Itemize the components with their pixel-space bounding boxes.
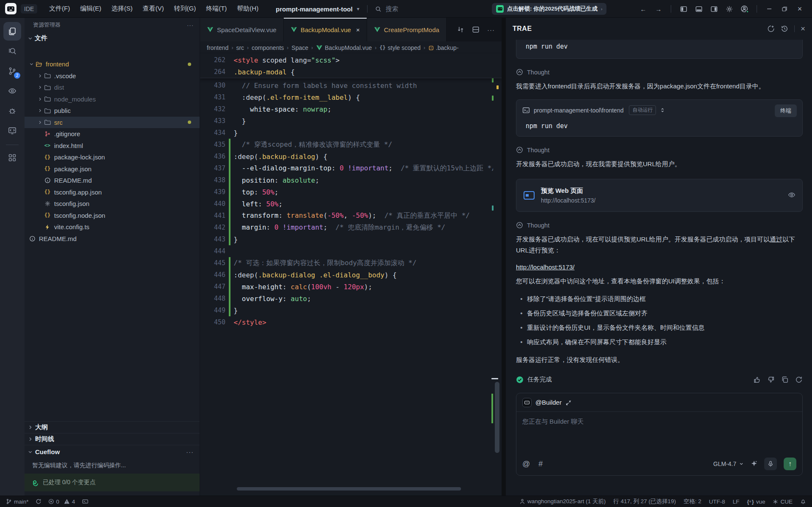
terminal-command-card[interactable]: prompt-management-tool\frontend自动运行 终端 n… (516, 99, 803, 137)
tree-item-frontend[interactable]: frontend (25, 58, 200, 70)
eol-indicator[interactable]: LF (732, 499, 739, 505)
compare-icon[interactable] (457, 26, 464, 33)
copy-icon[interactable] (781, 376, 789, 384)
updown-icon[interactable] (660, 107, 665, 113)
tree-item-.gitignore[interactable]: .gitignore (25, 128, 200, 140)
chat-input[interactable]: 您正在与 Builder 聊天 (516, 412, 802, 432)
activity-item-source-control[interactable]: 2 (3, 62, 21, 80)
breadcrumb-item[interactable]: {}style scoped (379, 44, 420, 51)
cueflow-processed-row[interactable]: 已处理 0/0 个变更点 (25, 474, 200, 491)
project-switcher[interactable]: prompt-management-tool ▾ 搜索 (276, 0, 398, 18)
thought-row[interactable]: Thought (516, 146, 803, 153)
preview-link[interactable]: http://localhost:5173/ (516, 263, 803, 271)
split-icon[interactable] (472, 26, 480, 33)
settings-gear-icon[interactable] (723, 3, 735, 15)
tree-item-package.json[interactable]: {}package.json (25, 163, 200, 175)
tree-item-public[interactable]: public (25, 105, 200, 117)
new-chat-icon[interactable] (767, 25, 775, 33)
tree-item-.vscode[interactable]: .vscode (25, 70, 200, 82)
history-icon[interactable] (781, 25, 788, 33)
menu-item[interactable]: 文件(F) (45, 3, 74, 14)
preview-card[interactable]: 预览 Web 页面http://localhost:5173/ (516, 179, 803, 212)
cueflow-more-button[interactable]: ··· (186, 448, 194, 455)
close-window-button[interactable]: × (793, 3, 806, 15)
close-tab-icon[interactable]: × (356, 26, 360, 33)
toggle-left-panel-button[interactable] (677, 3, 690, 15)
nav-forward-button[interactable]: → (652, 3, 665, 15)
code-area[interactable]: 430 // Ensure form labels have consisten… (200, 79, 493, 328)
activity-item-terminal-code[interactable] (3, 121, 21, 140)
thumb-down-icon[interactable] (767, 376, 775, 384)
mic-button[interactable] (764, 458, 777, 470)
vertical-scrollbar[interactable] (495, 382, 499, 453)
activity-item-apps-grid[interactable] (3, 148, 21, 167)
git-branch-indicator[interactable]: main* (6, 499, 29, 505)
menu-item[interactable]: 帮助(H) (233, 3, 263, 14)
menu-item[interactable]: 编辑(E) (76, 3, 106, 14)
eye-sm-icon[interactable] (788, 191, 796, 199)
model-selector[interactable]: GLM-4.7 (713, 460, 744, 467)
menu-item[interactable]: 选择(S) (107, 3, 137, 14)
minimize-button[interactable] (763, 3, 776, 15)
promo-banner[interactable]: 点击解锁: 你的2025代码战绩已生成 › (492, 3, 606, 15)
notifications-bell[interactable] (800, 499, 806, 504)
chat-scroll-area[interactable]: npm run devThought我需要进入frontend目录后再启动开发服… (511, 40, 808, 496)
tab-SpaceDetailView.vue[interactable]: SpaceDetailView.vue (200, 18, 284, 41)
tab-BackupModal.vue[interactable]: BackupModal.vue× (284, 18, 367, 41)
breadcrumb-item[interactable]: frontend (207, 44, 228, 51)
explorer-more-button[interactable]: ··· (187, 22, 194, 28)
tree-item-README.md[interactable]: README.md (25, 175, 200, 186)
tree-item-vite.config.ts[interactable]: vite.config.ts (25, 221, 200, 233)
auto-run-badge[interactable]: 自动运行 (629, 105, 656, 115)
tree-item-tsconfig.json[interactable]: tsconfig.json (25, 198, 200, 210)
cursor-position[interactable]: 行 417, 列 27 (已选择19) (613, 498, 676, 505)
activity-item-preview-eye[interactable] (3, 82, 21, 100)
tree-item-dist[interactable]: dist (25, 82, 200, 93)
tree-item-tsconfig.app.json[interactable]: {}tsconfig.app.json (25, 186, 200, 198)
mention-button[interactable]: @ (522, 460, 530, 469)
thought-row[interactable]: Thought (516, 69, 803, 76)
refresh-icon[interactable] (795, 376, 803, 384)
star4-icon[interactable] (751, 460, 757, 467)
encoding-indicator[interactable]: UTF-8 (709, 499, 725, 505)
menu-item[interactable]: 转到(G) (170, 3, 200, 14)
open-terminal-button[interactable]: 终端 (775, 104, 797, 117)
sync-button[interactable] (36, 499, 41, 504)
language-mode[interactable]: {} vue (747, 499, 765, 505)
toggle-bottom-panel-button[interactable] (692, 3, 705, 15)
tree-item-tsconfig.node.json[interactable]: {}tsconfig.node.json (25, 210, 200, 222)
activity-item-files[interactable] (3, 22, 21, 41)
activity-item-debug-bug[interactable] (3, 101, 21, 120)
toggle-right-panel-button[interactable] (708, 3, 720, 15)
tree-item-src[interactable]: src (25, 117, 200, 129)
breadcrumb-item[interactable]: Space (291, 44, 308, 51)
tree-item-node_modules[interactable]: node_modules (25, 93, 200, 105)
breadcrumb[interactable]: frontend›src›components›Space›BackupModa… (200, 41, 502, 54)
activity-item-search-filter[interactable] (3, 42, 21, 60)
section-outline[interactable]: 大纲 (25, 421, 200, 433)
panel-resize-gutter[interactable] (502, 18, 506, 496)
section-cueflow[interactable]: Cueflow ··· (25, 445, 200, 458)
account-avatar[interactable] (738, 3, 751, 15)
indentation-indicator[interactable]: 空格: 2 (683, 498, 701, 505)
agent-name[interactable]: @Builder (535, 399, 562, 406)
chat-composer[interactable]: @Builder 您正在与 Builder 聊天 @ # GLM-4.7 ↑ (516, 393, 803, 476)
horizontal-scrollbar[interactable] (237, 487, 461, 491)
cue-toggle[interactable]: CUE (773, 499, 793, 505)
restore-button[interactable] (778, 3, 791, 15)
account-status[interactable]: wanghongtian2025-art (1 天前) (519, 498, 606, 505)
tree-item-package-lock.json[interactable]: {}package-lock.json (25, 151, 200, 163)
thought-row[interactable]: Thought (516, 222, 803, 229)
tree-item-index.html[interactable]: <>index.html (25, 140, 200, 152)
search-input[interactable]: 搜索 (386, 5, 398, 13)
tree-item-README.md[interactable]: README.md (25, 233, 200, 245)
menu-item[interactable]: 查看(V) (139, 3, 168, 14)
problems-indicator[interactable]: 0 4 (48, 499, 75, 505)
thumb-up-icon[interactable] (753, 376, 761, 384)
section-files[interactable]: 文件 (25, 32, 200, 44)
breadcrumb-item[interactable]: BackupModal.vue (316, 44, 372, 51)
nav-back-button[interactable]: ← (637, 3, 650, 15)
project-name[interactable]: prompt-management-tool (276, 5, 353, 13)
section-timeline[interactable]: 时间线 (25, 433, 200, 445)
editor-more-button[interactable]: ··· (487, 26, 495, 33)
